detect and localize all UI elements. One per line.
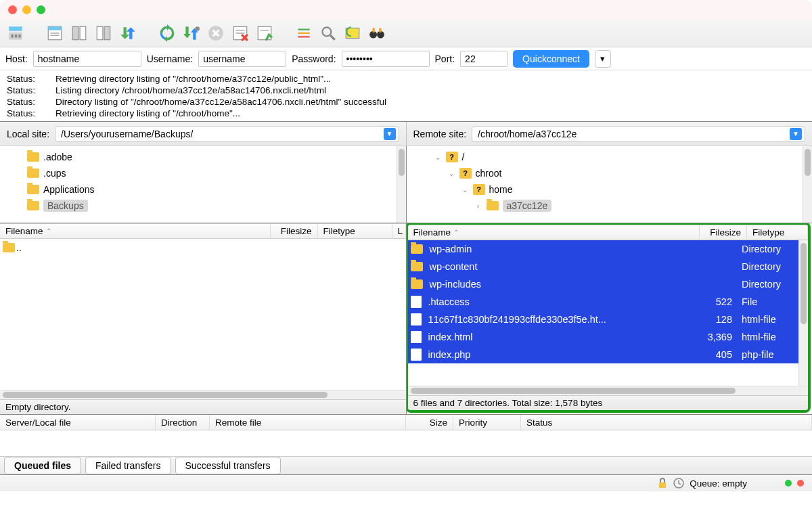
file-row[interactable]: index.html3,369html-file xyxy=(408,328,799,346)
tree-node[interactable]: / xyxy=(462,152,465,162)
close-window-button[interactable] xyxy=(8,5,17,14)
log-msg: Directory listing of "/chroot/home/a37cc… xyxy=(55,96,386,108)
quickconnect-button[interactable]: Quickconnect xyxy=(513,50,589,68)
site-manager-icon[interactable] xyxy=(4,22,27,44)
local-file-list[interactable]: Filename⌃ Filesize Filetype L .. Empty d… xyxy=(0,223,406,414)
svg-rect-3 xyxy=(15,35,17,37)
col-status[interactable]: Status xyxy=(521,415,812,430)
parent-dir-row[interactable]: .. xyxy=(0,239,406,256)
queue-column-headers[interactable]: Server/Local file Direction Remote file … xyxy=(0,414,812,430)
filter-icon[interactable] xyxy=(292,22,315,44)
toggle-remote-tree-icon[interactable] xyxy=(92,22,115,44)
col-filename[interactable]: Filename xyxy=(413,227,451,238)
local-site-bar: Local site: ▼ xyxy=(0,122,406,146)
disconnect-icon[interactable] xyxy=(229,22,252,44)
tree-node[interactable]: Backups xyxy=(27,198,397,214)
file-row[interactable]: .htaccess522File xyxy=(408,293,799,311)
local-status: Empty directory. xyxy=(0,399,406,414)
log-msg: Retrieving directory listing of "/chroot… xyxy=(55,73,331,85)
folder-icon xyxy=(27,152,39,162)
col-filename[interactable]: Filename xyxy=(5,226,43,236)
file-row[interactable]: index.php405php-file xyxy=(408,346,799,363)
file-icon xyxy=(411,349,422,361)
remote-path-input[interactable] xyxy=(478,129,790,139)
svg-rect-30 xyxy=(659,482,666,488)
log-key: Status: xyxy=(7,73,55,85)
toggle-queue-icon[interactable] xyxy=(116,22,139,44)
file-row[interactable]: wp-adminDirectory xyxy=(408,240,799,258)
password-input[interactable] xyxy=(342,51,430,67)
folder-icon xyxy=(411,262,423,271)
local-site-label: Local site: xyxy=(7,129,49,139)
file-row[interactable]: 11c67f1c830bf241993cffde330e3f5e.ht...12… xyxy=(408,311,799,328)
local-tree[interactable]: .adobe.cupsApplicationsBackups xyxy=(0,146,406,223)
scrollbar[interactable] xyxy=(798,240,808,386)
tab-queued[interactable]: Queued files xyxy=(4,457,81,474)
svg-rect-11 xyxy=(97,26,103,40)
svg-line-24 xyxy=(330,35,335,40)
cancel-icon[interactable] xyxy=(204,22,227,44)
chevron-down-icon[interactable]: ▼ xyxy=(790,128,802,140)
local-path-input[interactable] xyxy=(61,129,383,139)
col-remote[interactable]: Remote file xyxy=(210,415,406,430)
queue-status-text: Queue: empty xyxy=(690,478,747,489)
binoculars-icon[interactable] xyxy=(365,22,388,44)
col-filesize[interactable]: Filesize xyxy=(271,224,318,238)
tree-node[interactable]: chroot xyxy=(476,168,502,179)
col-filetype[interactable]: Filetype xyxy=(318,224,392,238)
remote-path-combo[interactable]: ▼ xyxy=(472,126,805,142)
chevron-down-icon[interactable]: ▼ xyxy=(384,128,396,140)
col-filesize[interactable]: Filesize xyxy=(700,225,747,240)
column-headers[interactable]: Filename⌃ Filesize Filetype xyxy=(408,225,809,240)
tree-node[interactable]: .cups xyxy=(27,165,397,181)
host-input[interactable] xyxy=(33,51,141,67)
tree-node-selected[interactable]: a37cc12e xyxy=(503,200,552,212)
activity-indicator-red xyxy=(797,480,804,487)
col-direction[interactable]: Direction xyxy=(156,415,210,430)
message-log[interactable]: Status:Retrieving directory listing of "… xyxy=(0,70,812,122)
status-bar: Queue: empty xyxy=(0,475,812,491)
quickconnect-bar: Host: Username: Password: Port: Quickcon… xyxy=(0,47,812,70)
tree-node[interactable]: .adobe xyxy=(27,149,397,165)
quickconnect-history-dropdown[interactable]: ▾ xyxy=(595,50,611,68)
remote-file-list-highlighted[interactable]: Filename⌃ Filesize Filetype wp-adminDire… xyxy=(406,223,811,413)
tab-failed[interactable]: Failed transfers xyxy=(85,457,171,474)
tree-node[interactable]: home xyxy=(489,184,513,195)
folder-icon xyxy=(411,244,423,254)
local-path-combo[interactable]: ▼ xyxy=(55,126,399,142)
compare-icon[interactable] xyxy=(341,22,364,44)
port-input[interactable] xyxy=(460,51,508,67)
col-size[interactable]: Size xyxy=(406,415,453,430)
toggle-log-icon[interactable] xyxy=(43,22,66,44)
process-queue-icon[interactable] xyxy=(180,22,203,44)
col-server[interactable]: Server/Local file xyxy=(0,415,156,430)
scrollbar[interactable] xyxy=(0,390,406,399)
file-icon xyxy=(411,331,422,343)
refresh-icon[interactable] xyxy=(156,22,179,44)
search-icon[interactable] xyxy=(317,22,340,44)
sort-asc-icon: ⌃ xyxy=(46,227,51,235)
scrollbar[interactable] xyxy=(408,386,809,395)
toggle-local-tree-icon[interactable] xyxy=(68,22,91,44)
scrollbar[interactable] xyxy=(397,146,406,223)
remote-tree[interactable]: ⌄?/ ⌄?chroot ⌄?home ›a37cc12e xyxy=(406,146,813,223)
file-row[interactable]: wp-contentDirectory xyxy=(408,258,799,275)
col-priority[interactable]: Priority xyxy=(453,415,521,430)
scrollbar[interactable] xyxy=(803,146,812,223)
username-input[interactable] xyxy=(198,51,286,67)
col-last[interactable]: L xyxy=(392,224,406,238)
remote-site-label: Remote site: xyxy=(413,129,467,139)
username-label: Username: xyxy=(147,53,193,64)
folder-icon xyxy=(3,243,15,252)
queue-body[interactable] xyxy=(0,430,812,456)
column-headers[interactable]: Filename⌃ Filesize Filetype L xyxy=(0,223,406,239)
file-row[interactable]: wp-includesDirectory xyxy=(408,275,799,293)
maximize-window-button[interactable] xyxy=(37,5,45,14)
tree-node[interactable]: Applications xyxy=(27,181,397,198)
tab-success[interactable]: Successful transfers xyxy=(175,457,281,474)
reconnect-icon[interactable] xyxy=(253,22,276,44)
col-filetype[interactable]: Filetype xyxy=(747,225,808,240)
folder-icon xyxy=(27,185,39,194)
log-msg: Retrieving directory listing of "/chroot… xyxy=(55,108,240,119)
minimize-window-button[interactable] xyxy=(22,5,31,14)
